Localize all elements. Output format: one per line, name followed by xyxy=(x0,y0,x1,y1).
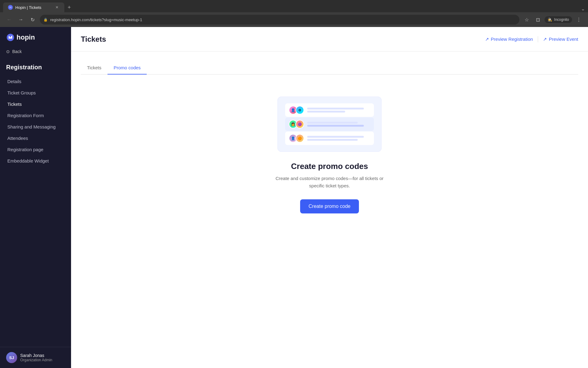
sidebar-item-tickets[interactable]: Tickets xyxy=(0,98,71,110)
avatar-pair-3: 👤 🟠 xyxy=(289,134,304,143)
illustration-row-3: 👤 🟠 xyxy=(285,132,374,145)
url-text: registration.hopin.com/tickets?slug=musi… xyxy=(50,17,142,22)
mini-avatar-2: ⚙ xyxy=(296,106,304,114)
sidebar-nav: Details Ticket Groups Tickets Registrati… xyxy=(0,73,71,347)
promo-line xyxy=(307,108,364,109)
empty-state-title: Create promo codes xyxy=(291,162,368,171)
promo-lines-1 xyxy=(307,108,370,113)
tab-bar: H Hopin | Tickets ✕ + ⌄ xyxy=(0,0,588,12)
new-tab-button[interactable]: + xyxy=(65,3,74,12)
incognito-icon: 🕵️ xyxy=(548,17,552,22)
tab-close-button[interactable]: ✕ xyxy=(55,5,59,10)
back-nav-button[interactable]: ← xyxy=(5,15,13,24)
avatar-initials: SJ xyxy=(9,355,14,360)
sidebar-item-registration-form[interactable]: Registration Form xyxy=(0,110,71,121)
sidebar-footer: SJ Sarah Jonas Organization Admin xyxy=(0,347,71,368)
tab-collapse-button[interactable]: ⌄ xyxy=(581,6,585,12)
user-role: Organization Admin xyxy=(20,358,52,362)
promo-line xyxy=(307,111,345,113)
promo-line xyxy=(307,125,364,127)
back-button[interactable]: ⊙ Back xyxy=(0,47,71,59)
header-divider xyxy=(538,36,538,42)
sidebar-item-ticket-groups[interactable]: Ticket Groups xyxy=(0,87,71,98)
avatar-pair-1: 👤 ⚙ xyxy=(289,106,304,114)
toolbar-actions: ☆ ⊡ 🕵️ Incognito ⋮ xyxy=(522,15,583,24)
app-layout: hopin ⊙ Back Registration Details Ticket… xyxy=(0,27,588,368)
sidebar-item-embeddable-widget[interactable]: Embeddable Widget xyxy=(0,155,71,167)
external-link-icon-2: ↗ xyxy=(543,36,547,42)
top-header: Tickets ↗ Preview Registration ↗ Preview… xyxy=(71,27,588,52)
incognito-badge: 🕵️ Incognito xyxy=(545,16,572,23)
content-area: Tickets Promo codes 👤 ⚙ xyxy=(71,52,588,368)
promo-illustration: 👤 ⚙ 👩 🟣 xyxy=(277,97,382,152)
ssl-icon: 🔒 xyxy=(43,18,48,22)
sidebar-logo: hopin xyxy=(0,27,71,47)
back-circle-icon: ⊙ xyxy=(6,49,10,54)
tab-title: Hopin | Tickets xyxy=(15,5,41,10)
browser-tab-active[interactable]: H Hopin | Tickets ✕ xyxy=(3,2,64,12)
mini-avatar-6: 🟠 xyxy=(296,134,304,143)
empty-state: 👤 ⚙ 👩 🟣 xyxy=(81,84,578,232)
browser-chrome: H Hopin | Tickets ✕ + ⌄ ← → ↻ 🔒 registra… xyxy=(0,0,588,27)
address-bar[interactable]: 🔒 registration.hopin.com/tickets?slug=mu… xyxy=(40,15,519,25)
promo-line xyxy=(307,139,358,141)
tab-tickets-label: Tickets xyxy=(87,65,101,70)
sidebar-item-sharing[interactable]: Sharing and Messaging xyxy=(0,121,71,132)
favicon: H xyxy=(8,5,13,10)
back-label: Back xyxy=(12,49,22,54)
incognito-label: Incognito xyxy=(554,17,569,22)
preview-registration-label: Preview Registration xyxy=(491,36,533,42)
preview-event-label: Preview Event xyxy=(549,36,578,42)
sidebar: hopin ⊙ Back Registration Details Ticket… xyxy=(0,27,71,368)
header-actions: ↗ Preview Registration ↗ Preview Event xyxy=(485,35,578,44)
preview-event-button[interactable]: ↗ Preview Event xyxy=(543,35,578,44)
mini-avatar-4: 🟣 xyxy=(296,120,304,128)
avatar: SJ xyxy=(6,352,17,363)
promo-lines-3 xyxy=(307,136,370,141)
illustration-row-2: 👩 🟣 xyxy=(285,117,374,131)
promo-line xyxy=(307,136,364,138)
tabs-container: Tickets Promo codes xyxy=(81,61,578,75)
hopin-logo-icon xyxy=(6,33,15,42)
sidebar-item-attendees[interactable]: Attendees xyxy=(0,132,71,144)
promo-line xyxy=(307,122,358,124)
promo-lines-2 xyxy=(307,122,370,127)
bookmark-button[interactable]: ☆ xyxy=(522,15,531,24)
external-link-icon: ↗ xyxy=(485,36,489,42)
tab-tickets[interactable]: Tickets xyxy=(81,61,107,75)
preview-registration-button[interactable]: ↗ Preview Registration xyxy=(485,35,533,44)
menu-button[interactable]: ⋮ xyxy=(575,15,583,24)
reload-button[interactable]: ↻ xyxy=(28,15,37,24)
create-promo-code-button[interactable]: Create promo code xyxy=(300,199,359,213)
logo-text: hopin xyxy=(17,33,35,41)
empty-state-description: Create and customize promo codes—for all… xyxy=(274,175,385,190)
hopin-logo: hopin xyxy=(6,33,35,42)
page-title: Tickets xyxy=(81,35,106,44)
tab-promo-codes-label: Promo codes xyxy=(114,65,141,70)
sidebar-section-title: Registration xyxy=(0,59,71,73)
illustration-row-1: 👤 ⚙ xyxy=(285,103,374,117)
avatar-pair-2: 👩 🟣 xyxy=(289,120,304,128)
user-info: Sarah Jonas Organization Admin xyxy=(20,353,52,362)
sidebar-item-details[interactable]: Details xyxy=(0,76,71,87)
browser-toolbar: ← → ↻ 🔒 registration.hopin.com/tickets?s… xyxy=(0,12,588,27)
tab-promo-codes[interactable]: Promo codes xyxy=(107,61,147,75)
split-view-button[interactable]: ⊡ xyxy=(533,15,542,24)
main-content: Tickets ↗ Preview Registration ↗ Preview… xyxy=(71,27,588,368)
user-name: Sarah Jonas xyxy=(20,353,52,358)
forward-nav-button[interactable]: → xyxy=(17,15,25,24)
sidebar-item-registration-page[interactable]: Registration page xyxy=(0,144,71,155)
